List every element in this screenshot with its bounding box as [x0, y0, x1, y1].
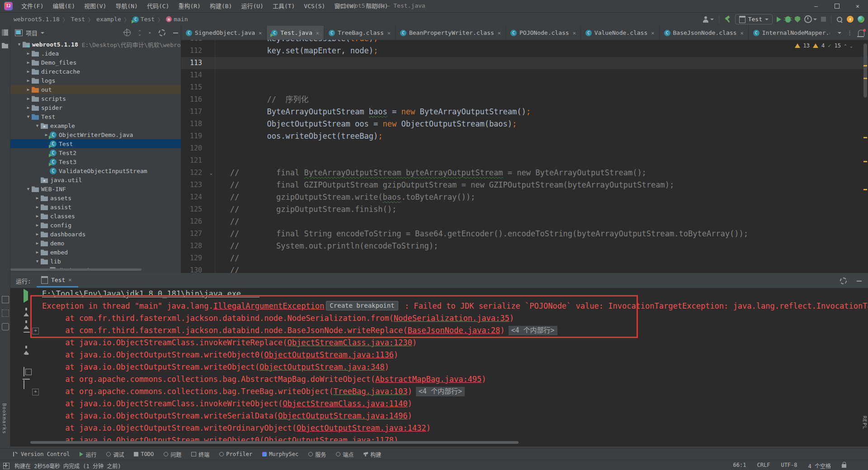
- console-horizontal-scrollbar[interactable]: [30, 441, 519, 444]
- project-toolwindow-icon[interactable]: [2, 29, 8, 36]
- update-available-button[interactable]: ↑: [847, 16, 854, 23]
- gear-icon[interactable]: [159, 29, 165, 36]
- code-editor[interactable]: 111 key.setAccessible(true);112 key.set(…: [181, 40, 868, 273]
- tree-item[interactable]: ▶CObjectWriterDemo.java: [10, 130, 181, 139]
- console-line[interactable]: E:\Tools\Env\Java\jdk1.8.0_181\bin\java.…: [10, 288, 868, 300]
- menu-item[interactable]: 视图(V): [80, 0, 111, 12]
- tree-item[interactable]: ▶config: [10, 221, 181, 230]
- close-icon[interactable]: ✕: [573, 30, 576, 36]
- toolwindow-button-version-control[interactable]: Version Control: [8, 449, 75, 460]
- close-icon[interactable]: ✕: [68, 277, 71, 283]
- debug-button[interactable]: [785, 16, 791, 23]
- code-line[interactable]: 118 ObjectOutputStream oos = new ObjectO…: [181, 118, 868, 130]
- wrench-icon[interactable]: [2, 296, 9, 303]
- menu-item[interactable]: 工具(T): [268, 0, 299, 12]
- stack-trace-link[interactable]: ObjectOutputStream.java:1136: [264, 350, 394, 359]
- profiler-button[interactable]: [804, 15, 817, 23]
- code-line[interactable]: 129 //: [181, 252, 868, 264]
- stack-trace-link[interactable]: NodeSerialization.java:35: [394, 314, 509, 323]
- stack-trace-link[interactable]: ObjectStreamClass.java:1140: [283, 399, 407, 408]
- editor-tab[interactable]: CTest.java✕: [267, 26, 324, 40]
- tree-chevron-right-icon[interactable]: ▶: [35, 241, 40, 245]
- hide-panel-icon[interactable]: [857, 281, 862, 282]
- tree-chevron-right-icon[interactable]: ▶: [35, 205, 40, 209]
- console-line[interactable]: Exception in thread "main" java.lang.Ill…: [10, 300, 868, 312]
- console-line[interactable]: at java.io.ObjectOutputStream.writeObjec…: [10, 434, 868, 442]
- console-line[interactable]: at java.io.ObjectOutputStream.writeSeria…: [10, 410, 868, 422]
- collapse-all-icon[interactable]: ⌃⌄: [138, 31, 141, 35]
- tree-item[interactable]: ▶embed: [10, 248, 181, 257]
- tree-item[interactable]: CTest3: [10, 157, 181, 166]
- editor-tab[interactable]: CPOJONode.class✕: [506, 26, 581, 40]
- maximize-button[interactable]: [826, 0, 847, 12]
- toolwindow-switcher-icon[interactable]: [3, 463, 9, 469]
- status-caret-position[interactable]: 66:1: [733, 462, 746, 470]
- toolwindow-button--[interactable]: 端点: [331, 449, 359, 460]
- coverage-button[interactable]: [795, 16, 800, 23]
- close-icon[interactable]: ✕: [651, 30, 654, 36]
- tree-item[interactable]: java.util: [10, 175, 181, 184]
- code-line[interactable]: 126 //: [181, 216, 868, 228]
- tree-chevron-right-icon[interactable]: ▶: [35, 214, 40, 218]
- camera-icon[interactable]: [2, 323, 9, 330]
- warning-stripe-mark[interactable]: [863, 189, 867, 190]
- scrollbar-thumb[interactable]: [863, 43, 867, 98]
- stack-trace-link[interactable]: BaseJsonNode.java:28: [408, 326, 500, 335]
- tree-item[interactable]: ▶directcache: [10, 67, 181, 76]
- tree-item[interactable]: CTest: [10, 139, 181, 148]
- console-line[interactable]: at com.fr.third.fasterxml.jackson.databi…: [10, 312, 868, 324]
- close-icon[interactable]: ✕: [740, 30, 743, 36]
- tree-chevron-right-icon[interactable]: ▶: [35, 223, 40, 227]
- tree-item[interactable]: ▶.idea: [10, 49, 181, 58]
- hidden-tabs-chevron-icon[interactable]: [838, 32, 841, 34]
- tree-item[interactable]: ▶classes: [10, 212, 181, 221]
- tree-chevron-down-icon[interactable]: ▼: [26, 187, 31, 191]
- tree-item[interactable]: CValidateObjectInputStream: [10, 166, 181, 175]
- code-line[interactable]: 117 ByteArrayOutputStream baos = new Byt…: [181, 106, 868, 118]
- tree-item[interactable]: ▶assets: [10, 193, 181, 202]
- stack-trace-link[interactable]: ObjectOutputStream.java:1432: [297, 423, 426, 432]
- search-everywhere-button[interactable]: [836, 16, 843, 23]
- internal-lines-chip[interactable]: <4 个内部行>: [509, 326, 557, 335]
- lock-icon[interactable]: [842, 464, 846, 468]
- tree-item[interactable]: ▶spider: [10, 103, 181, 112]
- editor-tab[interactable]: CTreeBag.class✕: [324, 26, 396, 40]
- console-line[interactable]: at org.apache.commons.collections.bag.Ab…: [10, 373, 868, 385]
- tree-item[interactable]: CTest2: [10, 148, 181, 157]
- tree-chevron-right-icon[interactable]: ▶: [26, 51, 31, 56]
- tree-chevron-down-icon[interactable]: ▼: [35, 259, 40, 263]
- stack-trace-link[interactable]: ObjectOutputStream.java:348: [259, 362, 384, 371]
- tree-chevron-right-icon[interactable]: ▶: [26, 69, 31, 74]
- menu-item[interactable]: VCS(S): [299, 0, 330, 12]
- menu-item[interactable]: 构建(B): [205, 0, 236, 12]
- tree-chevron-right-icon[interactable]: ▶: [26, 87, 31, 92]
- console-text[interactable]: E:\Tools\Env\Java\jdk1.8.0_181\bin\java.…: [42, 289, 259, 298]
- structure-toolwindow-icon[interactable]: [2, 42, 8, 48]
- tree-horizontal-scrollbar[interactable]: [10, 268, 142, 271]
- code-line[interactable]: 119 oos.writeObject(treeBag);: [181, 130, 868, 142]
- gear-icon[interactable]: [840, 277, 847, 284]
- code-line[interactable]: 111 key.setAccessible(true);: [181, 40, 868, 45]
- kebab-menu-icon[interactable]: ⋮: [847, 29, 853, 36]
- code-line[interactable]: 128 // System.out.println(encodeToString…: [181, 240, 868, 252]
- breadcrumb-item[interactable]: mmain: [166, 16, 188, 23]
- code-line[interactable]: 115: [181, 81, 868, 94]
- create-breakpoint-chip[interactable]: Create breakpoint: [326, 301, 398, 310]
- stack-trace-link[interactable]: ObjectStreamClass.java:1230: [287, 338, 412, 347]
- tree-chevron-right-icon[interactable]: ▶: [35, 232, 40, 236]
- notifications-bell-icon[interactable]: [858, 30, 864, 36]
- tree-item[interactable]: ▼example: [10, 121, 181, 130]
- warning-stripe-mark[interactable]: [863, 65, 867, 66]
- editor-tab[interactable]: CInternalNodeMapper.class✕: [749, 26, 830, 40]
- ide-settings-sync-button[interactable]: [858, 16, 864, 23]
- close-icon[interactable]: ✕: [387, 30, 391, 36]
- warning-stripe-mark[interactable]: [863, 137, 867, 138]
- code-line[interactable]: 127 // final String encodeToString = Bas…: [181, 228, 868, 240]
- console-line[interactable]: + at com.fr.third.fasterxml.jackson.data…: [10, 324, 868, 337]
- console-line[interactable]: at java.io.ObjectOutputStream.writeObjec…: [10, 349, 868, 361]
- editor-scrollbar[interactable]: [863, 40, 867, 273]
- close-icon[interactable]: ✕: [498, 30, 501, 36]
- breadcrumb-item[interactable]: webroot5.1.18: [14, 16, 60, 23]
- toolwindow-button--[interactable]: 运行: [75, 449, 101, 460]
- console-line[interactable]: at java.io.ObjectStreamClass.invokeWrite…: [10, 337, 868, 349]
